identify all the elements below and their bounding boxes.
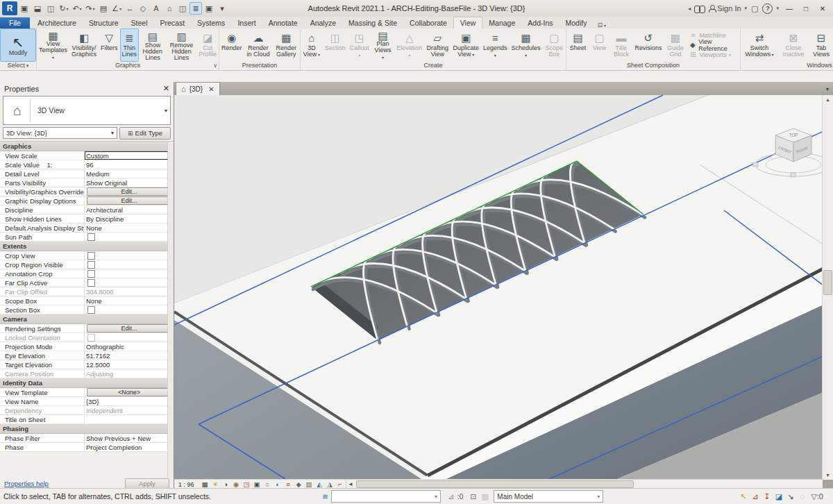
property-value[interactable]: By Discipline <box>85 215 174 223</box>
tab-precast[interactable]: Precast <box>154 17 192 28</box>
filters-button[interactable]: ▽ Filters <box>99 28 120 62</box>
legends-button[interactable]: ≡ Legends <box>481 28 510 62</box>
maximize-button[interactable]: □ <box>800 3 812 14</box>
selection-filter-button[interactable]: ▽ :0 <box>811 492 823 501</box>
tab-views-button[interactable]: ⊟ Tab Views <box>809 28 833 62</box>
switch-windows-button[interactable]: ⇄ Switch Windows <box>741 28 778 62</box>
property-value[interactable]: 12.5000 <box>85 360 174 369</box>
show-analytical-model-icon[interactable]: ◭ <box>314 480 325 489</box>
view-scale-button[interactable]: 1 : 96 <box>174 481 200 488</box>
property-value[interactable] <box>85 269 174 278</box>
select-elements-by-face-toggle[interactable]: ◪ <box>773 491 784 502</box>
property-value[interactable]: Edit... <box>85 196 174 205</box>
print-icon[interactable]: ▤ <box>97 2 110 15</box>
schedules-button[interactable]: ▦ Schedules <box>510 28 543 62</box>
infocenter-collapse-arrow[interactable]: ◂ <box>688 6 691 12</box>
value-button[interactable]: Edit... <box>87 324 171 333</box>
create-panel-footer[interactable]: Create <box>301 62 566 70</box>
duplicate-view-button[interactable]: ▣ Duplicate View <box>451 28 481 62</box>
section-header-phasing[interactable]: Phasing« <box>0 424 174 434</box>
dialog-launcher-icon[interactable]: ∨ <box>213 62 217 69</box>
show-crop-region-icon[interactable]: ▣ <box>252 480 262 489</box>
properties-help-link[interactable]: Properties help <box>4 480 49 487</box>
app-store-cart-icon[interactable]: ▢ <box>751 4 758 13</box>
text-note-icon[interactable]: A <box>150 2 162 15</box>
property-value[interactable]: Show Original <box>85 178 174 187</box>
worksharing-display-icon[interactable]: ◆ <box>294 480 304 489</box>
properties-close-icon[interactable]: ✕ <box>163 84 169 93</box>
background-processes-icon[interactable]: ◌ <box>796 491 808 502</box>
scroll-up-arrow[interactable]: ▲ <box>823 95 833 104</box>
tab-manage[interactable]: Manage <box>482 17 521 28</box>
property-value[interactable]: Show Previous + New <box>85 434 174 442</box>
tab-systems[interactable]: Systems <box>191 17 231 28</box>
close-inactive-windows-icon[interactable]: ▣ <box>203 2 215 15</box>
type-selector[interactable]: ⌂ 3D View ▾ <box>3 96 171 125</box>
property-value[interactable] <box>85 305 174 314</box>
presentation-panel-footer[interactable]: Presentation <box>219 62 300 70</box>
tab-modify[interactable]: Modify <box>559 17 594 28</box>
revisions-button[interactable]: ↺ Revisions <box>632 28 664 62</box>
tab-architecture[interactable]: Architecture <box>31 17 83 28</box>
value-button[interactable]: <None> <box>87 388 171 396</box>
section-header-extents[interactable]: Extents« <box>0 242 174 251</box>
property-value[interactable]: Custom <box>85 151 174 160</box>
edit-type-button[interactable]: ⊞ Edit Type <box>119 127 171 140</box>
property-value[interactable]: <None> <box>85 388 174 396</box>
property-value[interactable]: Orthographic <box>85 342 174 351</box>
scroll-down-arrow[interactable]: ▼ <box>823 471 833 480</box>
value-button[interactable]: Edit... <box>87 187 171 196</box>
view-templates-button[interactable]: ▦ View Templates <box>37 28 69 62</box>
checkbox[interactable] <box>87 261 95 269</box>
properties-scrollbar[interactable] <box>167 142 174 478</box>
visual-style-icon[interactable]: ▦ <box>200 480 210 489</box>
select-panel-footer[interactable]: Select <box>0 62 36 70</box>
app-button-revit[interactable]: R <box>2 1 17 15</box>
sun-path-icon[interactable]: ☀ <box>210 480 221 489</box>
tab-add-ins[interactable]: Add-Ins <box>521 17 559 28</box>
viewcube-compass-south[interactable] <box>791 173 796 177</box>
horizontal-scrollbar-thumb[interactable] <box>356 480 634 488</box>
redo-icon[interactable]: ↷▾ <box>84 2 96 15</box>
show-rendering-dialog-icon[interactable]: ◉ <box>231 480 242 489</box>
panel-display-toggle[interactable]: ⊡ <box>593 22 610 28</box>
shadows-icon[interactable]: ◑ <box>221 480 231 489</box>
checkbox[interactable] <box>87 279 95 287</box>
temporary-hide-isolate-icon[interactable]: ◐ <box>273 480 283 489</box>
aligned-dimension-icon[interactable]: ↔ <box>124 2 136 15</box>
property-value[interactable]: 51.7162 <box>85 351 174 360</box>
property-value[interactable] <box>85 260 174 269</box>
visibility-graphics-button[interactable]: ◧ Visibility/ Graphics <box>69 28 99 62</box>
graphics-panel-footer[interactable]: Graphics∨ <box>37 62 219 70</box>
property-value[interactable]: {3D} <box>85 397 174 405</box>
thin-lines-button[interactable]: ≣ Thin Lines <box>120 28 140 62</box>
modify-button[interactable]: ↖ Modify <box>0 28 36 62</box>
windows-panel-footer[interactable]: Windows <box>741 62 833 70</box>
tab-steel[interactable]: Steel <box>125 17 154 28</box>
vertical-scrollbar[interactable]: ▲ ▼ <box>822 95 833 480</box>
view-reference-button[interactable]: ◆ View Reference <box>689 40 738 49</box>
property-value[interactable] <box>85 415 174 423</box>
value-button[interactable]: Edit... <box>87 196 171 205</box>
property-value[interactable]: 96 <box>85 160 174 169</box>
property-value[interactable]: None <box>85 224 174 232</box>
property-value[interactable] <box>85 233 174 241</box>
tab-file[interactable]: File <box>0 17 30 28</box>
sheet-composition-panel-footer[interactable]: Sheet Composition <box>566 62 740 70</box>
exclude-options-toggle[interactable]: ▥ <box>479 491 491 502</box>
chevron-down-icon[interactable]: ▾ <box>165 108 167 114</box>
search-binoculars-icon[interactable] <box>695 6 705 12</box>
highlight-displacement-sets-icon[interactable]: ◮ <box>325 480 335 489</box>
tab-annotate[interactable]: Annotate <box>262 17 304 28</box>
measure-icon[interactable]: ∠▾ <box>110 2 123 15</box>
save-icon[interactable]: ◫ <box>44 2 57 15</box>
section-header-graphics[interactable]: Graphics« <box>0 142 174 151</box>
tab-insert[interactable]: Insert <box>231 17 262 28</box>
plan-views-button[interactable]: ▤ Plan Views <box>371 28 394 62</box>
property-value[interactable]: None <box>85 296 174 305</box>
render-gallery-button[interactable]: ▦ Render Gallery <box>273 28 300 62</box>
property-value[interactable] <box>85 251 174 260</box>
editing-requests-icon[interactable]: ⊿ <box>445 491 457 502</box>
section-icon[interactable]: ◫ <box>176 2 189 15</box>
property-value[interactable] <box>85 278 174 287</box>
